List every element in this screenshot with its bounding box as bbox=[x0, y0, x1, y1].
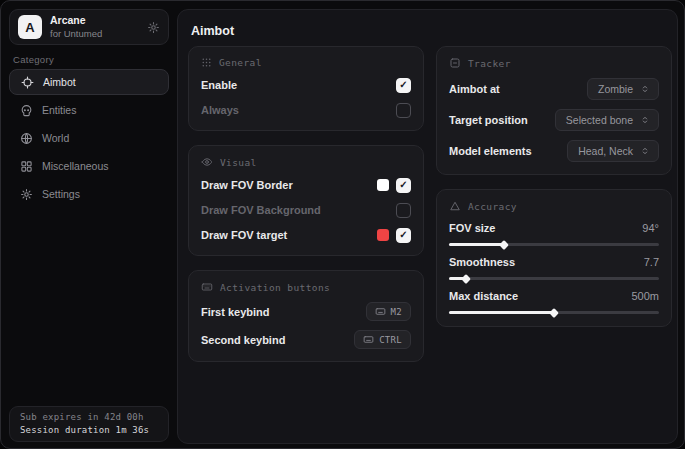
second-keybind-label: Second keybind bbox=[201, 334, 285, 346]
visual-card: Visual Draw FOV Border ✓ Draw FOV Backgr… bbox=[188, 145, 424, 256]
category-label: Category bbox=[13, 54, 54, 65]
scan-icon bbox=[449, 57, 461, 69]
general-card-header: General bbox=[201, 57, 411, 68]
sidebar-nav: Aimbot Entities bbox=[9, 69, 169, 209]
gear-icon bbox=[20, 188, 33, 201]
slider-fill bbox=[449, 243, 504, 246]
subscription-info-card: Sub expires in 42d 00h Session duration … bbox=[9, 406, 169, 442]
eye-icon bbox=[201, 156, 213, 168]
check-icon: ✓ bbox=[399, 80, 407, 90]
tracker-card: Tracker Aimbot at Zombie Target posit bbox=[436, 46, 672, 175]
fov-border-color-swatch[interactable] bbox=[377, 179, 389, 191]
first-keybind-value: M2 bbox=[391, 307, 402, 317]
accuracy-card: Accuracy FOV size 94° Smoothness bbox=[436, 189, 672, 327]
sidebar-item-settings[interactable]: Settings bbox=[9, 181, 169, 207]
draw-fov-target-row: Draw FOV target ✓ bbox=[201, 227, 411, 243]
activation-buttons-card: Activation buttons First keybind M2 bbox=[188, 270, 424, 362]
draw-fov-background-row: Draw FOV Background ✓ bbox=[201, 202, 411, 218]
chevron-up-down-icon bbox=[640, 115, 650, 125]
max-distance-label: Max distance bbox=[449, 290, 518, 302]
app-window: A Arcane for Untumed Category bbox=[0, 0, 685, 449]
second-keybind-button[interactable]: CTRL bbox=[354, 330, 411, 349]
accuracy-card-header: Accuracy bbox=[449, 200, 659, 212]
always-label: Always bbox=[201, 104, 239, 116]
always-row: Always ✓ bbox=[201, 102, 411, 118]
slider-thumb[interactable] bbox=[499, 240, 509, 250]
activation-card-header: Activation buttons bbox=[201, 281, 411, 293]
grid-icon bbox=[20, 160, 33, 173]
enable-row: Enable ✓ bbox=[201, 77, 411, 93]
sidebar-item-aimbot[interactable]: Aimbot bbox=[9, 69, 169, 95]
sidebar-item-entities[interactable]: Entities bbox=[9, 97, 169, 123]
target-position-select[interactable]: Selected bone bbox=[555, 109, 659, 131]
draw-fov-background-checkbox[interactable]: ✓ bbox=[396, 203, 411, 218]
activation-card-title: Activation buttons bbox=[220, 282, 330, 293]
sidebar-item-miscellaneous[interactable]: Miscellaneous bbox=[9, 153, 169, 179]
slider-fill bbox=[449, 311, 554, 314]
max-distance-row: Max distance 500m bbox=[449, 290, 659, 314]
model-elements-row: Model elements Head, Neck bbox=[449, 140, 659, 162]
main-panel: Aimbot General Enable bbox=[177, 9, 678, 444]
aimbot-at-row: Aimbot at Zombie bbox=[449, 78, 659, 100]
sidebar-item-label: Miscellaneous bbox=[42, 160, 109, 172]
app-logo: A bbox=[18, 15, 42, 39]
sidebar: A Arcane for Untumed Category bbox=[1, 1, 175, 448]
draw-fov-border-checkbox[interactable]: ✓ bbox=[396, 178, 411, 193]
sub-expiry-text: Sub expires in 42d 00h bbox=[20, 412, 158, 422]
visual-card-header: Visual bbox=[201, 156, 411, 168]
keyboard-icon bbox=[363, 334, 374, 345]
accuracy-card-title: Accuracy bbox=[468, 201, 517, 212]
tracker-card-header: Tracker bbox=[449, 57, 659, 69]
keyboard-icon bbox=[201, 281, 213, 293]
general-card: General Enable ✓ Always ✓ bbox=[188, 46, 424, 131]
always-checkbox[interactable]: ✓ bbox=[396, 103, 411, 118]
second-keybind-value: CTRL bbox=[379, 335, 402, 345]
target-position-value: Selected bone bbox=[566, 114, 633, 126]
globe-icon bbox=[20, 132, 33, 145]
draw-fov-target-checkbox[interactable]: ✓ bbox=[396, 228, 411, 243]
triangle-icon bbox=[449, 200, 461, 212]
fov-size-row: FOV size 94° bbox=[449, 222, 659, 246]
max-distance-value: 500m bbox=[631, 290, 659, 302]
right-column: Tracker Aimbot at Zombie Target posit bbox=[436, 46, 672, 341]
aimbot-at-label: Aimbot at bbox=[449, 83, 500, 95]
session-duration-text: Session duration 1m 36s bbox=[20, 425, 158, 435]
general-card-title: General bbox=[219, 57, 262, 68]
model-elements-value: Head, Neck bbox=[578, 145, 633, 157]
draw-fov-background-label: Draw FOV Background bbox=[201, 204, 321, 216]
target-position-label: Target position bbox=[449, 114, 528, 126]
app-titles: Arcane for Untumed bbox=[50, 15, 139, 39]
check-icon: ✓ bbox=[399, 230, 407, 240]
fov-target-color-swatch[interactable] bbox=[377, 229, 389, 241]
smoothness-label: Smoothness bbox=[449, 256, 515, 268]
aimbot-at-select[interactable]: Zombie bbox=[587, 78, 659, 100]
enable-checkbox[interactable]: ✓ bbox=[396, 78, 411, 93]
dots-grid-icon bbox=[201, 57, 212, 68]
model-elements-select[interactable]: Head, Neck bbox=[567, 140, 659, 162]
draw-fov-border-label: Draw FOV Border bbox=[201, 179, 293, 191]
sidebar-item-label: World bbox=[42, 132, 69, 144]
sidebar-item-world[interactable]: World bbox=[9, 125, 169, 151]
first-keybind-row: First keybind M2 bbox=[201, 302, 411, 321]
fov-size-label: FOV size bbox=[449, 222, 495, 234]
smoothness-row: Smoothness 7.7 bbox=[449, 256, 659, 280]
first-keybind-button[interactable]: M2 bbox=[366, 302, 411, 321]
skull-icon bbox=[20, 104, 33, 117]
draw-fov-border-row: Draw FOV Border ✓ bbox=[201, 177, 411, 193]
slider-thumb[interactable] bbox=[549, 308, 559, 318]
chevron-up-down-icon bbox=[640, 146, 650, 156]
gear-icon[interactable] bbox=[147, 21, 160, 34]
app-subtitle: for Untumed bbox=[50, 29, 139, 39]
fov-size-slider[interactable] bbox=[449, 243, 659, 246]
aimbot-at-value: Zombie bbox=[598, 83, 633, 95]
draw-fov-target-label: Draw FOV target bbox=[201, 229, 287, 241]
keyboard-icon bbox=[375, 306, 386, 317]
slider-thumb[interactable] bbox=[461, 274, 471, 284]
page-title: Aimbot bbox=[191, 24, 234, 38]
sidebar-item-label: Aimbot bbox=[43, 76, 76, 88]
model-elements-label: Model elements bbox=[449, 145, 532, 157]
target-position-row: Target position Selected bone bbox=[449, 109, 659, 131]
max-distance-slider[interactable] bbox=[449, 311, 659, 314]
enable-label: Enable bbox=[201, 79, 237, 91]
smoothness-slider[interactable] bbox=[449, 277, 659, 280]
